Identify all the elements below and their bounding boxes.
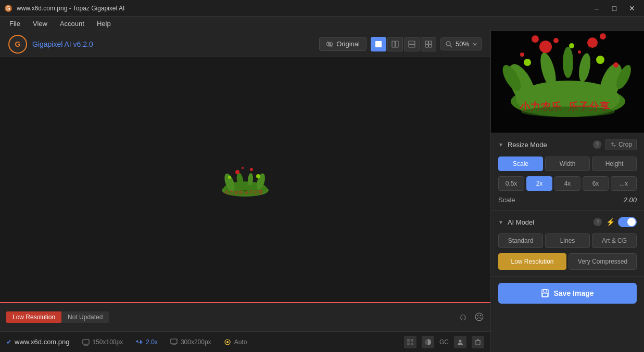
input-size-icon [82, 338, 90, 346]
scale-factor-buttons: 0.5x 2x 4x 6x ...x [498, 176, 637, 191]
scale-row: Scale 2.00 [498, 196, 637, 204]
ai-model-collapse-icon[interactable]: ▼ [498, 219, 503, 225]
scale-label: Scale [498, 196, 515, 204]
ai-model-help[interactable]: ? [594, 218, 602, 226]
view-single-button[interactable] [371, 37, 386, 51]
resize-mode-collapse-icon[interactable]: ▼ [498, 142, 503, 148]
svg-point-26 [242, 167, 244, 169]
ai-toggle-container: ⚡ [606, 217, 637, 227]
right-panel: 小力农乐 乐子分享 ▼ Resize Mode ? [490, 31, 644, 352]
svg-point-40 [459, 340, 462, 342]
view-split-h-button[interactable] [404, 37, 420, 51]
input-size-label: 150x100px [93, 338, 123, 346]
svg-point-62 [520, 53, 524, 57]
face-happy-icon[interactable]: ☺ [459, 312, 468, 323]
ai-model-header: ▼ AI Model ? ⚡ [498, 217, 637, 227]
save-image-button[interactable]: Save Image [498, 283, 637, 304]
ai-model-section: ▼ AI Model ? ⚡ Standard Lines Art & CG L… [491, 211, 644, 277]
resize-mode-section: ▼ Resize Mode ? Crop Scale Width [491, 133, 644, 211]
file-check-item: ✓ www.x6d.com.png [6, 338, 70, 346]
logo-circle: G [8, 35, 27, 54]
close-button[interactable]: ✕ [624, 2, 640, 15]
delete-icon-btn[interactable] [472, 336, 484, 348]
resize-mode-help[interactable]: ? [593, 140, 601, 149]
crop-icon [610, 141, 616, 148]
person-icon [457, 339, 463, 345]
view-split-v-button[interactable] [387, 37, 403, 51]
crop-button[interactable]: Crop [605, 139, 637, 150]
art-cg-btn[interactable]: Art & CG [592, 233, 637, 248]
ai-toggle[interactable] [618, 217, 637, 227]
scale-6x-btn[interactable]: 6x [583, 176, 609, 191]
menu-account[interactable]: Account [55, 19, 90, 29]
status-bar: Low Resolution Not Updated ☺ ☹ [0, 302, 490, 331]
filename-label: www.x6d.com.png [15, 338, 70, 346]
svg-point-61 [569, 43, 574, 48]
svg-point-55 [532, 35, 539, 43]
grid-icon [407, 339, 413, 345]
standard-btn[interactable]: Standard [498, 233, 543, 248]
svg-text:G: G [6, 6, 10, 11]
split-v-icon [392, 41, 399, 48]
auto-icon [224, 338, 231, 346]
scale-05x-btn[interactable]: 0.5x [498, 176, 524, 191]
resize-mode-title: Resize Mode [508, 141, 589, 149]
input-size-item: 150x100px [82, 338, 123, 346]
title-bar-text: www.x6d.com.png - Topaz Gigapixel AI [17, 5, 124, 12]
eye-icon [326, 41, 333, 48]
original-button[interactable]: Original [319, 37, 367, 51]
menu-help[interactable]: Help [92, 19, 116, 29]
single-view-icon [375, 41, 382, 48]
svg-point-23 [250, 168, 253, 171]
zoom-control[interactable]: 50% [440, 37, 482, 50]
height-btn[interactable]: Height [592, 157, 637, 171]
scale-4x-btn[interactable]: 4x [554, 176, 580, 191]
scale-custom-btn[interactable]: ...x [611, 176, 637, 191]
svg-rect-9 [409, 44, 415, 47]
width-btn[interactable]: Width [545, 157, 590, 171]
app-favicon-icon: G [4, 4, 12, 12]
menu-file[interactable]: File [4, 19, 26, 29]
main-layout: G Gigapixel AI v6.2.0 Original [0, 31, 644, 352]
view-buttons [371, 37, 436, 51]
svg-rect-6 [392, 41, 395, 47]
view-quad-button[interactable] [421, 37, 436, 51]
svg-point-64 [578, 50, 581, 54]
scale-icon [135, 338, 143, 346]
person-icon-btn[interactable] [454, 336, 466, 348]
title-bar-controls: – □ ✕ [589, 2, 640, 15]
minimize-button[interactable]: – [589, 2, 604, 15]
svg-point-14 [446, 42, 450, 46]
svg-rect-37 [411, 339, 413, 342]
scale-btn[interactable]: Scale [498, 157, 543, 171]
face-sad-icon[interactable]: ☹ [474, 311, 484, 323]
canvas-area: G Gigapixel AI v6.2.0 Original [0, 31, 490, 352]
split-h-icon [408, 41, 415, 48]
very-compressed-btn[interactable]: Very Compressed [569, 253, 637, 270]
svg-line-15 [450, 45, 452, 47]
svg-rect-7 [395, 41, 398, 47]
app-name: Gigapixel AI v6.2.0 [32, 40, 93, 48]
svg-rect-30 [83, 340, 89, 344]
maximize-button[interactable]: □ [607, 2, 622, 15]
title-bar: G www.x6d.com.png - Topaz Gigapixel AI –… [0, 0, 644, 17]
svg-rect-8 [409, 41, 415, 44]
output-size-icon [170, 338, 178, 346]
bottom-bar: ✓ www.x6d.com.png 150x100px 2.0x [0, 331, 490, 352]
quality-buttons: Low Resolution Very Compressed [498, 253, 637, 270]
svg-point-56 [553, 38, 559, 43]
svg-rect-11 [428, 41, 432, 44]
svg-point-52 [563, 47, 573, 78]
status-not-updated: Not Updated [61, 311, 109, 323]
brightness-icon-btn[interactable] [422, 336, 434, 348]
status-tags: Low Resolution Not Updated [6, 311, 109, 323]
svg-point-67 [521, 107, 615, 117]
lines-btn[interactable]: Lines [545, 233, 590, 248]
menu-view[interactable]: View [28, 19, 53, 29]
status-low-res: Low Resolution [6, 311, 61, 323]
svg-point-22 [235, 170, 239, 174]
scale-2x-btn[interactable]: 2x [526, 176, 552, 191]
svg-point-25 [228, 176, 231, 179]
low-resolution-btn[interactable]: Low Resolution [498, 253, 566, 270]
grid-icon-btn[interactable] [404, 336, 416, 348]
